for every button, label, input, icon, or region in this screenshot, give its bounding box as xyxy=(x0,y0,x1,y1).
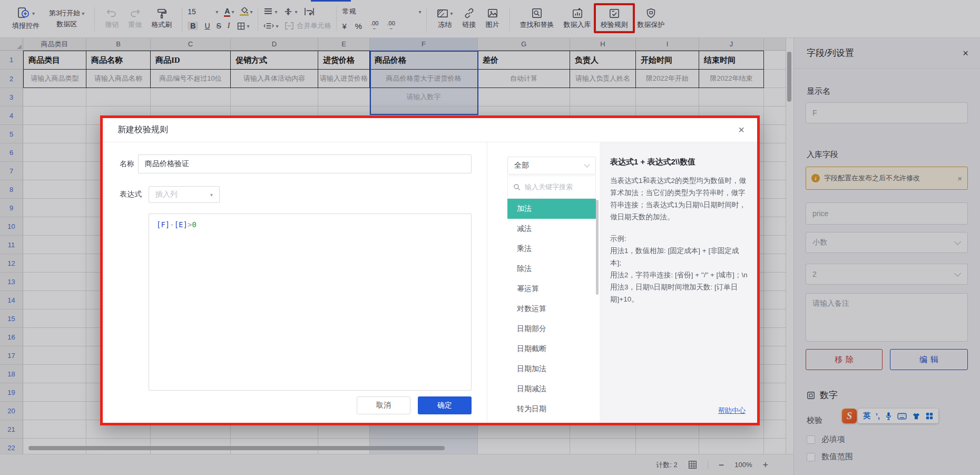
col-header[interactable]: H xyxy=(570,38,636,51)
cell[interactable] xyxy=(86,88,151,106)
zoom-in-button[interactable]: + xyxy=(762,461,768,469)
cell[interactable] xyxy=(764,199,786,217)
cell[interactable] xyxy=(23,217,86,236)
close-icon[interactable]: × xyxy=(738,124,744,136)
rule-name-input[interactable]: 商品价格验证 xyxy=(138,154,472,173)
find-replace-button[interactable]: 查找和替换 xyxy=(515,8,559,30)
cell[interactable]: 请输入商品名称 xyxy=(86,70,151,88)
horizontal-scrollbar-thumb[interactable] xyxy=(28,446,445,450)
cell[interactable] xyxy=(764,88,786,106)
function-item[interactable]: 日期部分 xyxy=(507,319,596,339)
row-number[interactable]: 17 xyxy=(0,346,23,365)
indent-button[interactable]: ▾ xyxy=(263,22,278,30)
row-number[interactable]: 9 xyxy=(0,199,23,217)
font-color-button[interactable]: A ▾ xyxy=(224,7,234,17)
cell[interactable] xyxy=(764,51,786,70)
decimal-places-select[interactable]: 2 xyxy=(806,264,968,285)
zoom-out-button[interactable]: − xyxy=(719,461,724,469)
validation-rules-button[interactable]: 校验规则 xyxy=(596,8,633,30)
cell[interactable]: 进货价格 xyxy=(318,51,370,70)
row-number[interactable]: 6 xyxy=(0,143,23,162)
row-number[interactable]: 15 xyxy=(0,309,23,328)
ime-language-toggle[interactable]: 英 xyxy=(863,411,870,421)
toolbox-grid-icon[interactable] xyxy=(926,412,933,420)
currency-format-button[interactable]: ¥ xyxy=(342,22,346,31)
zoom-level[interactable]: 100% xyxy=(734,461,752,469)
cell[interactable] xyxy=(764,383,786,402)
microphone-icon[interactable] xyxy=(885,412,892,420)
image-button[interactable]: 图片 xyxy=(481,8,504,30)
horizontal-scrollbar[interactable] xyxy=(23,445,785,451)
vertical-scrollbar-thumb[interactable] xyxy=(787,52,791,102)
fill-widget-button[interactable]: ▾ 填报控件 xyxy=(7,7,44,31)
col-header[interactable]: J xyxy=(699,38,764,51)
cancel-button[interactable]: 取消 xyxy=(357,396,410,414)
cell[interactable]: 商品编号不超过10位 xyxy=(151,70,231,88)
sogou-logo-icon[interactable]: S xyxy=(842,409,857,423)
col-header[interactable]: F xyxy=(370,38,478,51)
cell[interactable]: 请输入商品类型 xyxy=(23,70,86,88)
cell[interactable]: 请输入进货价格 xyxy=(318,70,370,88)
function-search[interactable]: 输入关键字搜索 xyxy=(507,176,596,199)
sogou-ime-toolbar[interactable]: S 英 ’, xyxy=(842,408,938,424)
cell[interactable] xyxy=(23,180,86,199)
function-category-select[interactable]: 全部 xyxy=(507,157,596,175)
row-number[interactable]: 1 xyxy=(0,51,23,70)
cell[interactable] xyxy=(764,402,786,420)
cell[interactable] xyxy=(764,328,786,346)
cell[interactable] xyxy=(23,273,86,291)
function-item[interactable]: 日期截断 xyxy=(507,339,596,359)
row-number[interactable]: 20 xyxy=(0,402,23,420)
data-zone-button[interactable]: 第3行开始 ▾ 数据区 xyxy=(44,8,89,29)
row-number[interactable]: 2 xyxy=(0,70,23,88)
cell[interactable] xyxy=(764,162,786,180)
cell[interactable] xyxy=(231,88,318,106)
cell[interactable] xyxy=(23,328,86,346)
row-number[interactable]: 8 xyxy=(0,180,23,199)
row-number[interactable]: 3 xyxy=(0,88,23,106)
remove-button[interactable]: 移除 xyxy=(806,349,883,370)
cell[interactable] xyxy=(23,254,86,273)
fill-color-button[interactable]: ▾ xyxy=(240,7,252,16)
cell[interactable] xyxy=(151,88,231,106)
cell[interactable] xyxy=(764,365,786,383)
cell[interactable]: 限2022年结束 xyxy=(699,70,764,88)
cell[interactable] xyxy=(764,217,786,236)
underline-button[interactable]: U xyxy=(204,22,210,30)
select-all-corner[interactable] xyxy=(0,38,23,51)
cell[interactable] xyxy=(23,420,86,439)
edit-button[interactable]: 编辑 xyxy=(890,349,968,370)
col-header[interactable]: 商品类目 xyxy=(23,38,86,51)
row-number[interactable]: 18 xyxy=(0,365,23,383)
cell[interactable] xyxy=(764,254,786,273)
grid-view-icon[interactable] xyxy=(688,460,697,469)
cell[interactable]: 商品类目 xyxy=(23,51,86,70)
display-name-input[interactable]: F xyxy=(806,102,968,123)
remark-textarea[interactable]: 请输入备注 xyxy=(806,293,968,342)
function-item[interactable]: 幂运算 xyxy=(507,279,596,299)
insert-column-select[interactable]: 插入列 ▾ xyxy=(149,186,220,203)
cell[interactable]: 开始时间 xyxy=(636,51,699,70)
function-item[interactable]: 除法 xyxy=(507,259,596,279)
row-number[interactable]: 11 xyxy=(0,236,23,254)
cell[interactable] xyxy=(764,143,786,162)
required-checkbox[interactable] xyxy=(807,435,815,444)
increase-decimal-button[interactable]: .00 → xyxy=(387,21,395,31)
cell[interactable] xyxy=(23,346,86,365)
borders-button[interactable]: ▾ xyxy=(237,22,250,31)
function-item[interactable]: 加法 xyxy=(507,199,596,219)
keyboard-icon[interactable] xyxy=(897,413,907,420)
function-item[interactable]: 对数运算 xyxy=(507,299,596,319)
bold-button[interactable]: B xyxy=(188,22,198,30)
col-header[interactable]: D xyxy=(231,38,318,51)
cell[interactable]: 限2022年开始 xyxy=(636,70,699,88)
undo-button[interactable]: 撤销 xyxy=(100,8,123,30)
strikethrough-button[interactable]: S xyxy=(217,22,221,30)
cell[interactable]: 商品价格 xyxy=(370,51,478,70)
row-number[interactable]: 13 xyxy=(0,273,23,291)
cell[interactable] xyxy=(318,88,370,106)
cell[interactable] xyxy=(764,273,786,291)
col-header[interactable] xyxy=(764,38,786,51)
vertical-align-button[interactable]: ▾ xyxy=(283,7,297,16)
data-store-button[interactable]: 数据入库 xyxy=(559,8,596,30)
